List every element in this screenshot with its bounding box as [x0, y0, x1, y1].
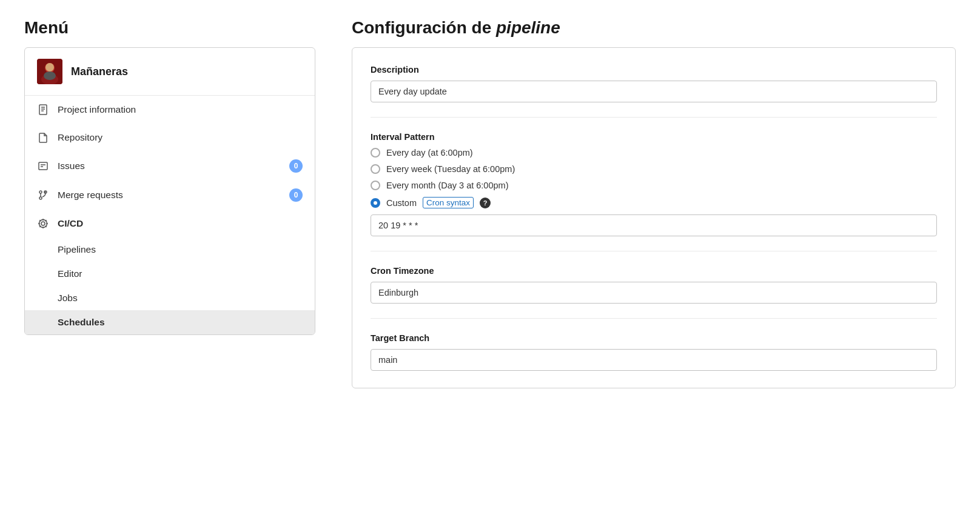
- sidebar-subitem-editor[interactable]: Editor: [25, 262, 315, 286]
- radio-label-2: Every week (Tuesday at 6:00pm): [386, 164, 515, 174]
- sidebar-subitem-jobs[interactable]: Jobs: [25, 286, 315, 310]
- svg-point-4: [44, 71, 56, 80]
- radio-circle-1[interactable]: [371, 148, 380, 158]
- svg-rect-9: [39, 162, 47, 170]
- sidebar-item-repository[interactable]: Repository: [25, 124, 315, 151]
- sidebar-item-label: CI/CD: [58, 218, 83, 229]
- svg-point-13: [39, 197, 42, 199]
- file-icon: [37, 131, 49, 144]
- svg-point-17: [39, 220, 47, 228]
- radio-option-1[interactable]: Every day (at 6:00pm): [371, 148, 937, 158]
- subitem-label: Schedules: [58, 317, 105, 328]
- divider-2: [371, 251, 937, 251]
- timezone-input[interactable]: [371, 282, 937, 304]
- timezone-section: Cron Timezone: [371, 266, 937, 304]
- branch-label: Target Branch: [371, 333, 937, 343]
- radio-circle-4[interactable]: [371, 198, 380, 208]
- cron-input[interactable]: [371, 214, 937, 236]
- cicd-icon: [37, 218, 49, 230]
- sidebar-item-issues[interactable]: Issues 0: [25, 151, 315, 181]
- sidebar-item-label: Project information: [58, 104, 136, 115]
- sidebar-item-merge-requests[interactable]: Merge requests 0: [25, 181, 315, 210]
- svg-point-3: [45, 63, 54, 71]
- branch-input[interactable]: [371, 349, 937, 371]
- issue-icon: [37, 160, 49, 172]
- sidebar-item-label: Merge requests: [58, 190, 123, 201]
- svg-rect-5: [39, 105, 47, 115]
- issues-badge: 0: [289, 159, 303, 173]
- radio-label-3: Every month (Day 3 at 6:00pm): [386, 181, 508, 190]
- subitem-label: Jobs: [58, 293, 78, 304]
- radio-option-3[interactable]: Every month (Day 3 at 6:00pm): [371, 181, 937, 190]
- project-avatar: [37, 59, 62, 84]
- subitem-label: Editor: [58, 268, 82, 279]
- sidebar-item-label: Issues: [58, 161, 85, 171]
- config-form: Description Interval Pattern Every day (…: [352, 47, 956, 388]
- heading-italic: pipeline: [496, 18, 560, 37]
- sidebar-item-cicd[interactable]: CI/CD: [25, 210, 315, 238]
- config-heading: Configuración de pipeline: [352, 18, 956, 38]
- cron-syntax-link[interactable]: Cron syntax: [423, 197, 474, 208]
- heading-normal: Configuración de: [352, 18, 496, 37]
- merge-requests-badge: 0: [289, 188, 303, 202]
- menu-box: Mañaneras Project information: [24, 47, 315, 335]
- description-section: Description: [371, 65, 937, 102]
- radio-circle-2[interactable]: [371, 164, 380, 174]
- timezone-label: Cron Timezone: [371, 266, 937, 276]
- sidebar-subitem-pipelines[interactable]: Pipelines: [25, 238, 315, 262]
- description-label: Description: [371, 65, 937, 75]
- radio-option-2[interactable]: Every week (Tuesday at 6:00pm): [371, 164, 937, 174]
- page-icon: [37, 104, 49, 116]
- divider-3: [371, 318, 937, 319]
- subitem-label: Pipelines: [58, 244, 96, 255]
- radio-group: Every day (at 6:00pm) Every week (Tuesda…: [371, 148, 937, 208]
- menu-heading: Menú: [24, 18, 315, 38]
- project-name: Mañaneras: [71, 65, 128, 78]
- sidebar-item-label: Repository: [58, 132, 102, 143]
- svg-point-16: [41, 222, 45, 225]
- sidebar-item-project-information[interactable]: Project information: [25, 96, 315, 124]
- radio-circle-3[interactable]: [371, 181, 380, 190]
- help-icon[interactable]: ?: [480, 198, 491, 208]
- right-panel: Configuración de pipeline Description In…: [352, 18, 956, 497]
- divider-1: [371, 117, 937, 118]
- sidebar-subitem-schedules[interactable]: Schedules: [25, 310, 315, 334]
- radio-label-4: Custom: [386, 198, 417, 208]
- description-input[interactable]: [371, 81, 937, 102]
- merge-icon: [37, 189, 49, 201]
- radio-label-1: Every day (at 6:00pm): [386, 148, 473, 158]
- branch-section: Target Branch: [371, 333, 937, 371]
- interval-section: Interval Pattern Every day (at 6:00pm) E…: [371, 132, 937, 236]
- radio-option-4[interactable]: Custom Cron syntax ?: [371, 197, 937, 208]
- left-panel: Menú Mañaneras: [24, 18, 315, 497]
- project-header[interactable]: Mañaneras: [25, 48, 315, 96]
- interval-label: Interval Pattern: [371, 132, 937, 142]
- svg-point-12: [39, 191, 42, 193]
